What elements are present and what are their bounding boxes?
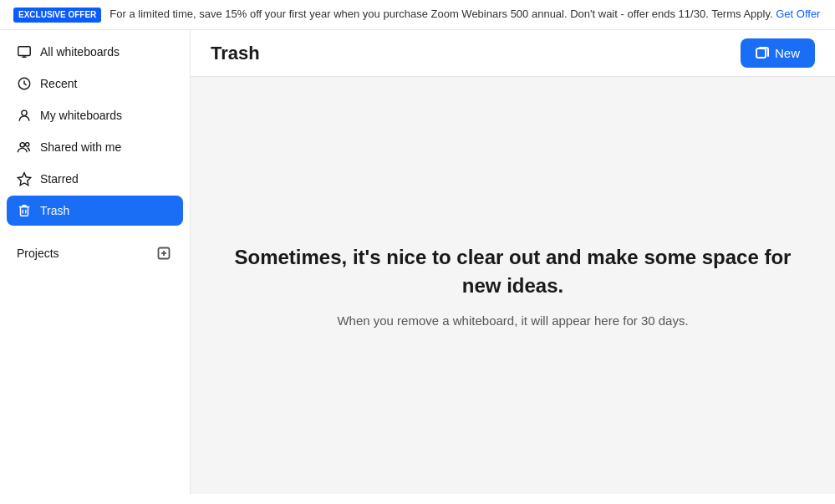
new-button[interactable]: New bbox=[741, 38, 815, 68]
sidebar-item-label: My whiteboards bbox=[40, 109, 122, 122]
svg-point-6 bbox=[25, 143, 28, 147]
projects-header: Projects bbox=[7, 239, 183, 267]
sidebar-item-recent[interactable]: Recent bbox=[7, 69, 183, 99]
person-icon bbox=[17, 108, 32, 123]
page-title: Trash bbox=[211, 43, 260, 64]
projects-label: Projects bbox=[17, 247, 59, 260]
svg-point-4 bbox=[22, 110, 27, 115]
sidebar-item-label: All whiteboards bbox=[40, 45, 120, 59]
sidebar-item-my-whiteboards[interactable]: My whiteboards bbox=[7, 100, 183, 130]
empty-state: Sometimes, it's nice to clear out and ma… bbox=[191, 77, 835, 494]
people-icon bbox=[17, 140, 32, 155]
sidebar-item-starred[interactable]: Starred bbox=[7, 164, 183, 194]
sidebar-item-label: Shared with me bbox=[40, 140, 121, 154]
empty-heading: Sometimes, it's nice to clear out and ma… bbox=[224, 243, 802, 299]
new-button-label: New bbox=[775, 46, 800, 60]
main-header: Trash New bbox=[191, 30, 835, 77]
svg-rect-14 bbox=[756, 48, 766, 58]
sidebar-item-label: Trash bbox=[40, 204, 69, 217]
projects-section: Projects bbox=[0, 239, 190, 267]
sidebar: All whiteboards Recent bbox=[0, 30, 191, 494]
star-icon bbox=[17, 171, 32, 186]
sidebar-item-shared-with-me[interactable]: Shared with me bbox=[7, 132, 183, 162]
sidebar-nav: All whiteboards Recent bbox=[0, 37, 190, 226]
svg-rect-0 bbox=[18, 47, 30, 56]
main-content: Trash New Sometimes, it's nice to clear … bbox=[191, 30, 835, 494]
exclusive-offer-badge: EXCLUSIVE OFFER bbox=[13, 8, 101, 23]
sidebar-item-label: Starred bbox=[40, 172, 79, 186]
promo-banner: EXCLUSIVE OFFER For a limited time, save… bbox=[0, 0, 835, 30]
svg-rect-8 bbox=[21, 207, 28, 216]
svg-point-5 bbox=[20, 143, 24, 147]
sidebar-item-all-whiteboards[interactable]: All whiteboards bbox=[7, 37, 183, 67]
get-offer-link[interactable]: Get Offer bbox=[776, 8, 820, 20]
sidebar-item-trash[interactable]: Trash bbox=[7, 196, 183, 226]
clock-icon bbox=[17, 76, 32, 91]
banner-text: For a limited time, save 15% off your fi… bbox=[109, 7, 820, 22]
trash-icon bbox=[17, 203, 32, 218]
svg-marker-7 bbox=[18, 173, 30, 186]
empty-subtext: When you remove a whiteboard, it will ap… bbox=[337, 313, 688, 328]
whiteboard-icon bbox=[17, 44, 32, 59]
add-project-button[interactable] bbox=[155, 244, 173, 262]
sidebar-item-label: Recent bbox=[40, 77, 77, 90]
